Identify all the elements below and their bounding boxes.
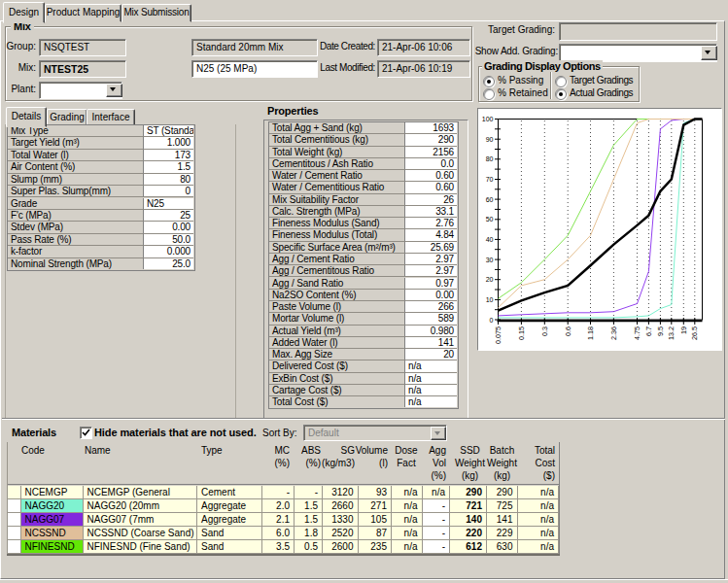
svg-text:80: 80 (486, 155, 494, 162)
svg-text:90: 90 (486, 136, 494, 143)
svg-text:6.7: 6.7 (644, 326, 653, 336)
svg-text:40: 40 (486, 236, 494, 243)
svg-text:30: 30 (486, 257, 494, 263)
svg-text:9.5: 9.5 (656, 326, 665, 336)
svg-text:0.6: 0.6 (564, 326, 572, 336)
svg-text:60: 60 (486, 196, 494, 203)
svg-text:2.36: 2.36 (609, 326, 618, 340)
svg-text:20: 20 (486, 276, 494, 283)
svg-text:70: 70 (486, 176, 494, 183)
svg-text:0.15: 0.15 (517, 326, 526, 340)
svg-text:0.3: 0.3 (540, 326, 549, 336)
svg-text:1.18: 1.18 (586, 326, 595, 340)
svg-text:13.2: 13.2 (667, 326, 676, 340)
svg-text:26.5: 26.5 (690, 326, 699, 340)
svg-text:100: 100 (482, 116, 494, 122)
svg-text:19: 19 (679, 326, 688, 334)
svg-text:10: 10 (486, 296, 494, 303)
svg-text:4.75: 4.75 (633, 326, 641, 340)
svg-text:0: 0 (490, 317, 494, 324)
svg-text:50: 50 (486, 216, 494, 223)
svg-text:0.075: 0.075 (494, 326, 503, 344)
